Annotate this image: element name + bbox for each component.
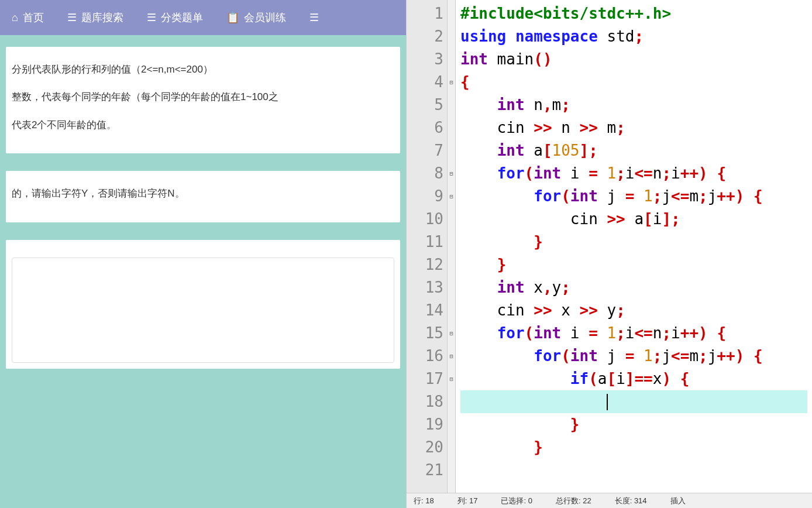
fold-marker xyxy=(448,116,455,139)
line-number: 8 xyxy=(407,162,443,185)
code-line[interactable]: } xyxy=(460,436,807,459)
fold-marker xyxy=(448,48,455,71)
list-icon: ☰ xyxy=(67,11,77,24)
code-editor-panel: 123456789101112131415161718192021 ⊟⊟⊟⊟⊟⊟… xyxy=(406,0,812,508)
line-number: 17 xyxy=(407,368,443,390)
line-number: 21 xyxy=(407,459,443,482)
code-lines[interactable]: #include<bits/stdc++.h>using namespace s… xyxy=(456,0,812,493)
calendar-icon: 📋 xyxy=(226,11,239,24)
code-line[interactable]: cin >> a[i]; xyxy=(460,208,807,231)
fold-marker[interactable]: ⊟ xyxy=(448,368,455,390)
code-line[interactable]: } xyxy=(460,231,807,253)
line-number: 20 xyxy=(407,436,443,459)
fold-marker xyxy=(448,276,455,299)
fold-marker[interactable]: ⊟ xyxy=(448,322,455,345)
line-number: 16 xyxy=(407,345,443,368)
desc-line: 代表2个不同年龄的值。 xyxy=(12,114,394,136)
line-gutter: 123456789101112131415161718192021 xyxy=(407,0,448,493)
fold-marker xyxy=(448,253,455,276)
sample-section xyxy=(6,240,400,369)
code-line[interactable]: using namespace std; xyxy=(460,25,807,48)
fold-marker xyxy=(448,436,455,459)
problem-content: 分别代表队形的行和列的值（2<=n,m<=200） 整数，代表每个同学的年龄（每… xyxy=(0,35,406,398)
code-line[interactable]: cin >> n >> m; xyxy=(460,116,807,139)
code-line[interactable]: } xyxy=(460,413,807,436)
sample-input-box[interactable] xyxy=(12,258,394,363)
fold-marker[interactable]: ⊟ xyxy=(448,162,455,185)
code-line[interactable]: int n,m; xyxy=(460,94,807,116)
fold-marker xyxy=(448,299,455,322)
code-area[interactable]: 123456789101112131415161718192021 ⊟⊟⊟⊟⊟⊟… xyxy=(407,0,812,493)
line-number: 11 xyxy=(407,231,443,253)
line-number: 3 xyxy=(407,48,443,71)
fold-marker[interactable]: ⊟ xyxy=(448,71,455,94)
problem-description: 分别代表队形的行和列的值（2<=n,m<=200） 整数，代表每个同学的年龄（每… xyxy=(6,47,400,153)
nav-label: 题库搜索 xyxy=(81,11,123,25)
code-line[interactable]: { xyxy=(460,71,807,94)
fold-column: ⊟⊟⊟⊟⊟⊟ xyxy=(448,0,456,493)
code-line[interactable]: for(int j = 1;j<=m;j++) { xyxy=(460,345,807,368)
line-number: 10 xyxy=(407,208,443,231)
nav-training[interactable]: 📋 会员训练 xyxy=(226,11,286,25)
code-line[interactable] xyxy=(460,390,807,413)
output-description: 的，请输出字符Y，否则请输出字符N。 xyxy=(6,171,400,222)
line-number: 15 xyxy=(407,322,443,345)
desc-line: 整数，代表每个同学的年龄（每个同学的年龄的值在1~100之 xyxy=(12,86,394,108)
nav-label: 分类题单 xyxy=(161,11,203,25)
code-line[interactable]: for(int i = 1;i<=n;i++) { xyxy=(460,322,807,345)
line-number: 9 xyxy=(407,185,443,208)
fold-marker xyxy=(448,231,455,253)
status-len: 长度: 314 xyxy=(615,496,647,506)
code-line[interactable]: int a[105]; xyxy=(460,139,807,162)
fold-marker[interactable]: ⊟ xyxy=(448,345,455,368)
fold-marker xyxy=(448,208,455,231)
line-number: 2 xyxy=(407,25,443,48)
nav-label: 会员训练 xyxy=(244,11,286,25)
status-mode: 插入 xyxy=(670,496,686,506)
fold-marker xyxy=(448,25,455,48)
fold-marker xyxy=(448,459,455,482)
fold-marker xyxy=(448,390,455,413)
status-lines: 总行数: 22 xyxy=(556,496,591,506)
text-cursor xyxy=(607,394,608,410)
fold-marker xyxy=(448,2,455,25)
status-col: 列: 17 xyxy=(457,496,478,506)
home-icon: ⌂ xyxy=(12,12,18,24)
nav-home[interactable]: ⌂ 首页 xyxy=(12,11,44,25)
code-line[interactable]: int x,y; xyxy=(460,276,807,299)
line-number: 7 xyxy=(407,139,443,162)
code-line[interactable]: cin >> x >> y; xyxy=(460,299,807,322)
nav-search[interactable]: ☰ 题库搜索 xyxy=(67,11,123,25)
left-panel: ⌂ 首页 ☰ 题库搜索 ☰ 分类题单 📋 会员训练 ☰ 分别代表队形的行和列的值… xyxy=(0,0,406,508)
nav-bar: ⌂ 首页 ☰ 题库搜索 ☰ 分类题单 📋 会员训练 ☰ xyxy=(0,0,406,35)
line-number: 6 xyxy=(407,116,443,139)
line-number: 19 xyxy=(407,413,443,436)
code-line[interactable]: int main() xyxy=(460,48,807,71)
line-number: 1 xyxy=(407,2,443,25)
code-line[interactable]: for(int i = 1;i<=n;i++) { xyxy=(460,162,807,185)
fold-marker xyxy=(448,94,455,116)
list-icon: ☰ xyxy=(147,11,156,24)
nav-category[interactable]: ☰ 分类题单 xyxy=(147,11,203,25)
line-number: 13 xyxy=(407,276,443,299)
code-line[interactable]: #include<bits/stdc++.h> xyxy=(460,2,807,25)
status-row: 行: 18 xyxy=(414,496,434,506)
status-bar: 行: 18 列: 17 已选择: 0 总行数: 22 长度: 314 插入 xyxy=(407,493,812,508)
code-line[interactable] xyxy=(460,459,807,482)
desc-line: 的，请输出字符Y，否则请输出字符N。 xyxy=(12,183,394,204)
list-icon: ☰ xyxy=(309,11,319,24)
desc-line: 分别代表队形的行和列的值（2<=n,m<=200） xyxy=(12,59,394,80)
line-number: 18 xyxy=(407,390,443,413)
nav-more[interactable]: ☰ xyxy=(309,11,319,24)
fold-marker xyxy=(448,139,455,162)
status-sel: 已选择: 0 xyxy=(501,496,532,506)
code-line[interactable]: if(a[i]==x) { xyxy=(460,368,807,390)
code-line[interactable]: for(int j = 1;j<=m;j++) { xyxy=(460,185,807,208)
fold-marker[interactable]: ⊟ xyxy=(448,185,455,208)
line-number: 12 xyxy=(407,253,443,276)
line-number: 14 xyxy=(407,299,443,322)
line-number: 4 xyxy=(407,71,443,94)
fold-marker xyxy=(448,413,455,436)
nav-label: 首页 xyxy=(23,11,44,25)
code-line[interactable]: } xyxy=(460,253,807,276)
